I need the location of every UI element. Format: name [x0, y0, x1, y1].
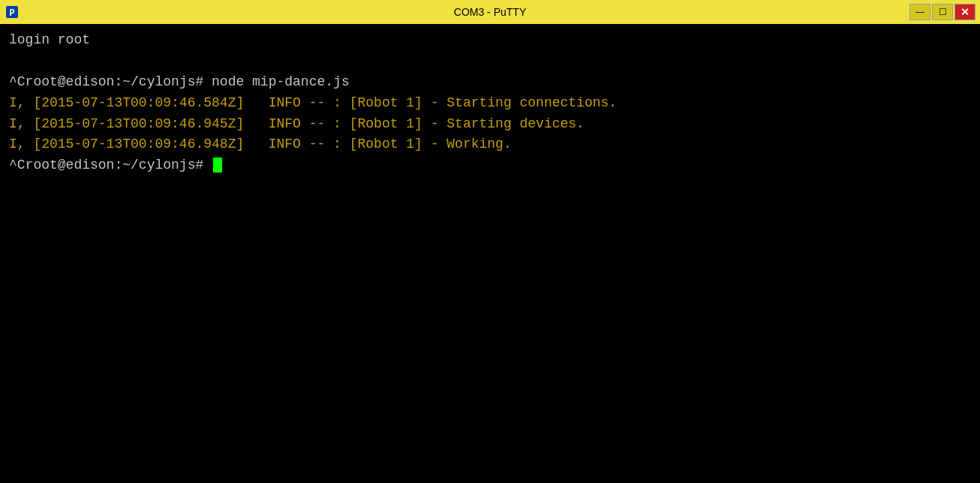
terminal-line-blank [9, 51, 971, 72]
svg-text:P: P [9, 8, 14, 19]
close-button[interactable]: ✕ [954, 4, 975, 20]
terminal-line-login: login root [9, 30, 971, 51]
prompt-2: ^Croot@edison:~/cylonjs# [9, 158, 212, 172]
command-text: node mip-dance.js [203, 74, 349, 89]
terminal-line-command: ^Croot@edison:~/cylonjs# node mip-dance.… [9, 72, 971, 93]
terminal-line-prompt: ^Croot@edison:~/cylonjs# [9, 155, 971, 176]
minimize-button[interactable]: — [909, 4, 930, 20]
maximize-button[interactable]: ☐ [932, 4, 953, 20]
terminal-line-info3: I, [2015-07-13T00:09:46.948Z] INFO -- : … [9, 134, 971, 155]
titlebar-left: P [5, 4, 20, 20]
terminal-line-info1: I, [2015-07-13T00:09:46.584Z] INFO -- : … [9, 93, 971, 114]
terminal-output[interactable]: login root ^Croot@edison:~/cylonjs# node… [0, 24, 980, 483]
putty-icon: P [5, 4, 20, 20]
info-prefix-3: I, [2015-07-13T00:09:46.948Z] INFO -- : … [9, 136, 512, 152]
info-prefix-2: I, [2015-07-13T00:09:46.945Z] INFO -- : … [9, 116, 585, 131]
terminal-line-info2: I, [2015-07-13T00:09:46.945Z] INFO -- : … [9, 114, 971, 135]
titlebar-controls: — ☐ ✕ [909, 4, 975, 20]
prompt-1: ^Croot@edison:~/cylonjs# [9, 74, 203, 89]
titlebar: P COM3 - PuTTY — ☐ ✕ [0, 0, 980, 24]
info-prefix-1: I, [2015-07-13T00:09:46.584Z] INFO -- : … [9, 95, 617, 110]
window-title: COM3 - PuTTY [454, 6, 526, 18]
putty-window: P COM3 - PuTTY — ☐ ✕ login root ^Croot@e… [0, 0, 980, 483]
terminal-cursor [213, 158, 222, 172]
